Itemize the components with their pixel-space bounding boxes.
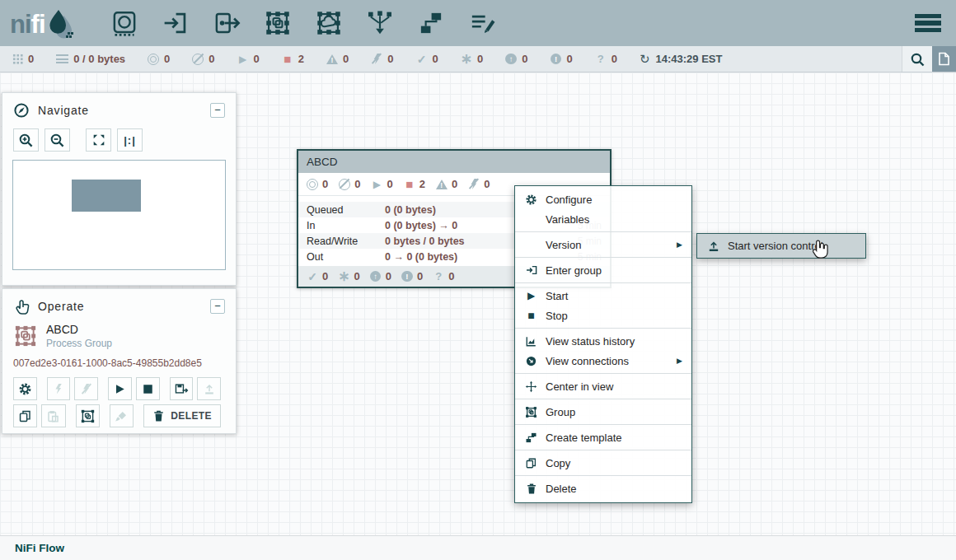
search-icon [910, 52, 925, 67]
pg-transmitting-count: 0 [322, 178, 328, 190]
output-port-toolbar-icon[interactable] [210, 7, 243, 40]
global-menu-icon[interactable] [915, 14, 941, 32]
menu-item-stop[interactable]: ■Stop [515, 306, 691, 325]
context-menu: Configure Variables Version▶ Enter group… [514, 185, 692, 503]
zoom-fit-button[interactable] [86, 128, 111, 152]
menu-item-label: Stop [546, 310, 568, 322]
stat-label: Queued [307, 204, 385, 216]
menu-item-enter-group[interactable]: Enter group [515, 260, 691, 280]
menu-item-start[interactable]: ▶Start [515, 286, 691, 306]
pg-sync-failure-icon: ? [433, 270, 444, 282]
delete-button[interactable]: DELETE [143, 404, 221, 427]
zoom-in-button[interactable] [13, 128, 39, 152]
enable-button[interactable] [47, 377, 71, 400]
navigate-panel: Navigate − |:| [2, 92, 237, 286]
operate-panel-header: Operate − [2, 289, 236, 318]
logo-text-ni: ni [10, 8, 31, 41]
upload-icon [706, 240, 720, 253]
stale-icon [505, 54, 517, 65]
menu-item-label: Variables [546, 213, 589, 226]
pg-locally-modified-and-stale-count: 0 [417, 270, 423, 282]
menu-separator [515, 282, 691, 283]
status-stale: 0 [505, 53, 527, 65]
delete-button-label: DELETE [171, 410, 212, 422]
upload-template-button[interactable] [197, 377, 221, 400]
submenu-item-start-version-control[interactable]: Start version control [728, 240, 823, 252]
menu-item-label: Version [546, 239, 581, 251]
status-not-transmitting: 0 [192, 53, 214, 65]
navigate-panel-title: Navigate [38, 104, 89, 117]
up-to-date-icon: ✓ [416, 54, 428, 64]
label-toolbar-icon[interactable] [466, 7, 499, 40]
disable-button[interactable] [74, 377, 98, 400]
menu-item-version[interactable]: Version▶ [515, 235, 691, 254]
sync-failure-icon: ? [595, 53, 607, 65]
trash-icon [152, 409, 165, 422]
create-template-operate-button[interactable] [170, 377, 194, 400]
selected-component-type: Process Group [46, 338, 112, 349]
fill-color-button[interactable] [110, 404, 134, 427]
menu-separator [515, 231, 691, 232]
operate-button-rows: DELETE [2, 371, 236, 427]
menu-separator [515, 424, 691, 425]
pg-running-count: 0 [387, 178, 392, 190]
menu-item-label: Copy [546, 457, 570, 469]
stop-button[interactable] [136, 377, 160, 400]
status-up-to-date: ✓0 [416, 53, 438, 65]
menu-item-configure[interactable]: Configure [515, 189, 691, 209]
menu-item-delete[interactable]: Delete [515, 478, 691, 498]
pg-invalid-count: 0 [452, 178, 457, 190]
menu-item-label: Start [546, 290, 568, 302]
menu-item-variables[interactable]: Variables [515, 209, 691, 229]
stat-label: In [307, 220, 385, 231]
menu-item-group[interactable]: Group [515, 402, 691, 422]
crosshairs-icon [524, 380, 538, 393]
breadcrumb-nifi-flow[interactable]: NiFi Flow [15, 542, 64, 554]
menu-item-label: Create template [546, 432, 622, 444]
funnel-toolbar-icon[interactable] [363, 7, 396, 40]
menu-item-view-connections[interactable]: View connections▶ [515, 351, 691, 371]
zoom-out-button[interactable] [45, 128, 70, 152]
hand-pointer-icon [13, 298, 30, 315]
processor-toolbar-icon[interactable] [108, 7, 141, 40]
sync-failure-count: 0 [612, 53, 617, 65]
menu-item-copy[interactable]: Copy [515, 453, 691, 473]
operate-collapse-button[interactable]: − [210, 299, 225, 314]
birdseye-minimap[interactable] [12, 160, 226, 270]
copy-button[interactable] [13, 404, 37, 427]
group-button[interactable] [76, 404, 100, 427]
stat-value: 0 → 0 (0 bytes) [385, 251, 457, 263]
logo-text-fi: fi [31, 8, 45, 41]
pg-up-to-date-count: 0 [322, 270, 328, 282]
configure-button[interactable] [13, 377, 37, 400]
paste-button[interactable] [41, 404, 65, 427]
start-button[interactable] [108, 377, 132, 400]
refresh-icon[interactable]: ↻ [640, 52, 650, 67]
template-toolbar-icon[interactable] [415, 7, 448, 40]
stopped-icon: ■ [282, 54, 293, 64]
navigate-collapse-button[interactable]: − [210, 103, 225, 118]
zoom-actual-size-button[interactable]: |:| [117, 128, 143, 152]
status-running: ▶0 [237, 53, 260, 65]
flow-canvas[interactable]: Navigate − |:| Operate − ABCD Process Gr… [0, 72, 956, 535]
nifi-logo: nifi [10, 5, 75, 41]
input-port-toolbar-icon[interactable] [159, 7, 192, 40]
menu-item-create-template[interactable]: Create template [515, 427, 691, 447]
search-button[interactable] [902, 46, 932, 72]
status-disabled: 0 [371, 53, 393, 65]
process-group-toolbar-icon[interactable] [261, 7, 294, 40]
queued-data-count: 0 / 0 bytes [73, 53, 125, 65]
submenu-arrow-icon: ▶ [677, 357, 682, 365]
menu-item-view-status-history[interactable]: View status history [515, 331, 691, 351]
invalid-icon [326, 54, 338, 64]
up-to-date-count: 0 [433, 53, 438, 65]
menu-item-label: Delete [546, 483, 577, 495]
minimap-component-rect [72, 180, 141, 211]
status-queued-data: 0 / 0 bytes [56, 53, 125, 65]
menu-item-center-in-view[interactable]: Center in view [515, 376, 691, 396]
remote-process-group-toolbar-icon[interactable] [312, 7, 345, 40]
status-transmitting: 0 [148, 53, 170, 65]
locally-modified-count: 0 [477, 53, 483, 65]
bulletin-button[interactable] [932, 46, 956, 72]
status-invalid: 0 [326, 53, 349, 65]
